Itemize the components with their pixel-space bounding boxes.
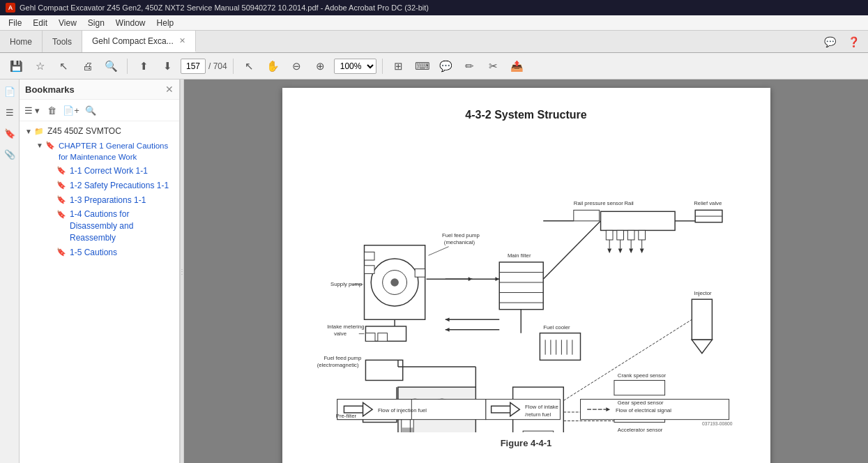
tab-bar: Home Tools Gehl Compact Exca... ✕ 💬 ❓ — [0, 31, 868, 53]
bookmarks-add-button[interactable]: 📄+ — [63, 103, 79, 118]
rotate-button[interactable]: ⌨ — [412, 56, 433, 76]
share-button[interactable]: ↖ — [53, 56, 74, 76]
menu-edit[interactable]: Edit — [27, 17, 53, 29]
bookmarks-menu-button[interactable]: ☰ ▾ — [24, 103, 40, 118]
bookmark-label-root: Z45 450Z SVMTOC — [47, 126, 175, 137]
bookmark-1-2[interactable]: 🔖 1-2 Safety Precautions 1-1 — [42, 179, 179, 193]
svg-rect-10 — [377, 333, 387, 342]
tab-bar-actions: 💬 ❓ — [821, 31, 868, 52]
tab-document[interactable]: Gehl Compact Exca... ✕ — [82, 31, 196, 52]
svg-text:Flow of electrical signal: Flow of electrical signal — [615, 407, 671, 413]
bookmark-1-5[interactable]: 🔖 1-5 Cautions — [42, 245, 179, 260]
chapter1-children: 🔖 1-1 Correct Work 1-1 🔖 1-2 Safety Prec… — [31, 164, 179, 260]
bookmark-label-1-5: 1-5 Cautions — [70, 247, 175, 259]
sidebar-icon-attach[interactable]: 📎 — [2, 146, 17, 162]
pdf-section-title: 4-3-2 System Structure — [310, 109, 743, 121]
svg-rect-7 — [415, 269, 425, 278]
sidebar-icon-page[interactable]: 📄 — [2, 84, 17, 99]
comment-button[interactable]: 💬 — [436, 56, 457, 76]
sidebar-icons: 📄 ☰ 🔖 📎 — [0, 79, 20, 463]
bookmarks-close-button[interactable]: ✕ — [165, 84, 174, 95]
menu-help[interactable]: Help — [151, 17, 180, 29]
bookmark-root[interactable]: ▼ 📁 Z45 450Z SVMTOC — [20, 124, 179, 139]
svg-rect-48 — [614, 380, 664, 395]
menu-window[interactable]: Window — [110, 17, 151, 29]
svg-text:(mechanical): (mechanical) — [443, 239, 475, 245]
system-diagram: ECU — [310, 132, 743, 432]
svg-text:Supply pump: Supply pump — [330, 281, 362, 287]
svg-rect-20 — [627, 230, 634, 240]
print-button[interactable]: 🖨 — [77, 56, 98, 76]
page-up-button[interactable]: ⬆ — [133, 56, 154, 76]
zoom-out-button[interactable]: ⊖ — [287, 56, 307, 76]
chat-icon[interactable]: 💬 — [821, 33, 839, 51]
svg-rect-79 — [491, 406, 510, 413]
svg-text:Fuel cooler: Fuel cooler — [543, 324, 570, 331]
bookmarks-title: Bookmarks — [25, 84, 75, 95]
svg-rect-75 — [344, 406, 363, 413]
export-button[interactable]: 📤 — [507, 56, 528, 76]
hand-tool-button[interactable]: ✋ — [263, 56, 284, 76]
highlight-button[interactable]: ✏ — [459, 56, 480, 76]
tree-toggle-ch1[interactable]: ▼ — [35, 140, 45, 151]
tree-toggle-1-5 — [46, 247, 56, 258]
help-icon[interactable]: ❓ — [844, 33, 862, 51]
page-down-button[interactable]: ⬇ — [157, 56, 178, 76]
select-tool-button[interactable]: ↖ — [239, 56, 260, 76]
tab-close-button[interactable]: ✕ — [179, 36, 185, 45]
menu-file[interactable]: File — [3, 17, 27, 29]
diagram-container: ECU — [310, 132, 743, 432]
tree-toggle-1-4 — [46, 208, 56, 220]
page-navigation: ⬆ ⬇ / 704 — [133, 56, 227, 76]
window-title: Gehl Compact Excavator Z45 Gen2, 450Z NX… — [20, 3, 429, 12]
zoom-selector[interactable]: 100% 75% 125% 150% — [334, 59, 376, 74]
zoom-in-button[interactable]: ⊕ — [310, 56, 331, 76]
svg-rect-47 — [523, 431, 554, 432]
toolbar: 💾 ☆ ↖ 🖨 🔍 ⬆ ⬇ / 704 ↖ ✋ ⊖ ⊕ 100% 75% 125… — [0, 53, 868, 79]
page-total: / 704 — [208, 61, 227, 71]
bookmark-1-3[interactable]: 🔖 1-3 Preparations 1-1 — [42, 193, 179, 208]
app-icon: A — [6, 3, 15, 13]
tree-toggle-1-2 — [46, 180, 56, 191]
sidebar-icon-bookmark[interactable]: 🔖 — [2, 126, 17, 141]
tab-home[interactable]: Home — [0, 31, 43, 52]
bookmark-label-1-4: 1-4 Cautions for Disassembly and Reassem… — [70, 208, 175, 243]
menu-bar: File Edit View Sign Window Help — [0, 15, 868, 31]
bookmarks-find-button[interactable]: 🔍 — [82, 103, 99, 118]
bookmark-label-1-3: 1-3 Preparations 1-1 — [70, 195, 175, 206]
bookmark-chapter1[interactable]: ▼ 🔖 CHAPTER 1 General Cautions for Maint… — [31, 139, 179, 164]
svg-text:Fuel feed pump: Fuel feed pump — [323, 355, 361, 361]
bookmark-icon-1-2: 🔖 — [56, 180, 67, 191]
bookmark-icon-1-3: 🔖 — [56, 195, 67, 206]
bookmark-icon-1-5: 🔖 — [56, 247, 67, 258]
main-area: 📄 ☰ 🔖 📎 Bookmarks ✕ ☰ ▾ 🗑 📄+ 🔍 ▼ 📁 Z45 4… — [0, 79, 868, 463]
bookmark-icon-1-1: 🔖 — [56, 165, 67, 176]
svg-text:Flow of intake: Flow of intake — [525, 404, 558, 410]
bookmark-label-1-1: 1-1 Correct Work 1-1 — [70, 165, 175, 177]
bookmarks-delete-button[interactable]: 🗑 — [43, 103, 60, 118]
toolbar-separator-2 — [233, 59, 234, 74]
menu-view[interactable]: View — [53, 17, 82, 29]
bookmark-label-1-2: 1-2 Safety Precautions 1-1 — [70, 180, 175, 192]
toolbar-separator-1 — [127, 59, 128, 74]
svg-rect-6 — [364, 266, 374, 274]
bookmarks-panel: Bookmarks ✕ ☰ ▾ 🗑 📄+ 🔍 ▼ 📁 Z45 450Z SVMT… — [20, 79, 180, 463]
redact-button[interactable]: ✂ — [483, 56, 504, 76]
bookmark-1-4[interactable]: 🔖 1-4 Cautions for Disassembly and Reass… — [42, 207, 179, 245]
bookmark-1-1[interactable]: 🔖 1-1 Correct Work 1-1 — [42, 164, 179, 179]
fit-page-button[interactable]: ⊞ — [388, 56, 409, 76]
tree-toggle-root[interactable]: ▼ — [24, 126, 33, 137]
tab-tools[interactable]: Tools — [43, 31, 82, 52]
svg-text:Intake metering: Intake metering — [327, 324, 364, 330]
save-button[interactable]: 💾 — [6, 56, 26, 76]
search-button[interactable]: 🔍 — [100, 56, 121, 76]
bookmark-icon-1-4: 🔖 — [56, 208, 67, 220]
menu-sign[interactable]: Sign — [82, 17, 110, 29]
svg-text:(electromagnetic): (electromagnetic) — [317, 362, 358, 368]
page-number-input[interactable] — [181, 59, 206, 74]
pdf-area[interactable]: 4-3-2 System Structure — [184, 79, 868, 463]
svg-text:Relief valve: Relief valve — [694, 200, 722, 206]
sidebar-icon-list[interactable]: ☰ — [2, 105, 17, 120]
bookmarks-content[interactable]: ▼ 📁 Z45 450Z SVMTOC ▼ 🔖 CHAPTER 1 Genera… — [20, 121, 179, 463]
bookmark-add-button[interactable]: ☆ — [29, 56, 50, 76]
